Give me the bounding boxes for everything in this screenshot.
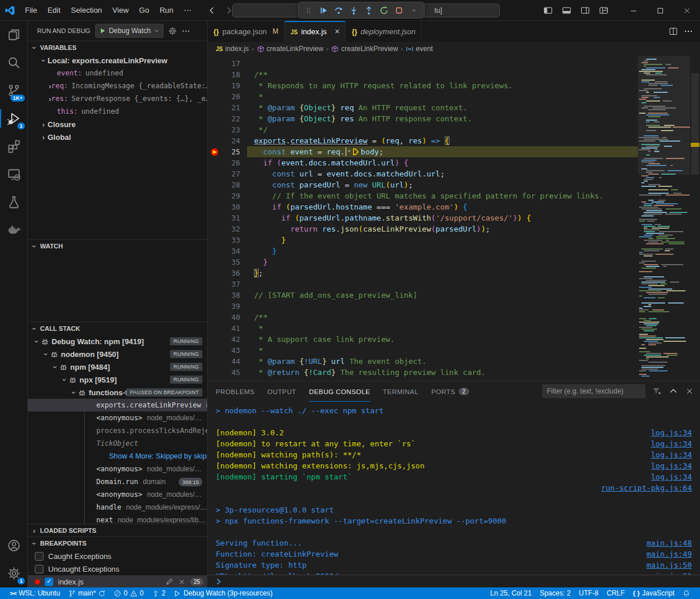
code-line-28[interactable]: 28 const parsedUrl = new URL(url); bbox=[208, 179, 638, 190]
debug-console-repl-input[interactable] bbox=[208, 575, 700, 587]
code-text[interactable] bbox=[247, 58, 638, 69]
code-text[interactable]: if (parsedUrl.pathname.startsWith('/supp… bbox=[247, 212, 638, 223]
variables-scope-row[interactable]: ›Global bbox=[28, 131, 207, 143]
debug-session-row[interactable]: ›npx [9519]RUNNING bbox=[28, 373, 207, 386]
code-text[interactable]: exports.createLinkPreview = (req, res) =… bbox=[247, 135, 638, 146]
stack-frame-row[interactable]: Show 4 More: Skipped by skipFiles bbox=[28, 450, 207, 463]
gutter[interactable]: 21 bbox=[208, 102, 247, 113]
activity-search-icon[interactable] bbox=[0, 49, 28, 77]
split-editor-icon[interactable] bbox=[669, 27, 678, 36]
debug-console-output[interactable]: > nodemon --watch ./ --exec npm start[no… bbox=[208, 402, 700, 575]
menu-go[interactable]: Go bbox=[134, 3, 154, 18]
variables-scope-row[interactable]: ›Closure bbox=[28, 118, 207, 131]
code-line-39[interactable]: 39 bbox=[208, 301, 638, 312]
code-line-29[interactable]: 29 // If the event object URL matches a … bbox=[208, 190, 638, 201]
gutter[interactable]: 19 bbox=[208, 80, 247, 91]
code-text[interactable]: const event = req.body; bbox=[247, 146, 638, 157]
code-text[interactable]: * @param {Object} req An HTTP request co… bbox=[247, 102, 638, 113]
close-tab-icon[interactable]: × bbox=[335, 27, 339, 36]
console-filter-input[interactable]: Filter (e.g. text, !exclude) bbox=[542, 384, 645, 398]
code-line-41[interactable]: 41 * bbox=[208, 323, 638, 334]
code-text[interactable]: * @return {!Card} The resulting preview … bbox=[247, 367, 638, 378]
breadcrumb-item[interactable]: createLinkPreview bbox=[331, 45, 398, 53]
code-text[interactable]: * bbox=[247, 323, 638, 334]
gutter[interactable]: 22 bbox=[208, 113, 247, 124]
code-line-25[interactable]: 25 const event = req.body; bbox=[208, 146, 638, 157]
panel-tab-problems[interactable]: PROBLEMS bbox=[216, 381, 255, 402]
stack-frame-row[interactable]: TickObject bbox=[28, 437, 207, 450]
code-text[interactable]: if (event.docs.matchedUrl.url) { bbox=[247, 157, 638, 168]
code-text[interactable] bbox=[247, 279, 638, 290]
debug-session-row[interactable]: ›nodemon [9450]RUNNING bbox=[28, 348, 207, 360]
code-text[interactable]: * A support case link preview. bbox=[247, 334, 638, 345]
section-breakpoints[interactable]: ›BREAKPOINTS bbox=[28, 537, 207, 550]
maximize-panel-icon[interactable] bbox=[669, 387, 678, 396]
status-0[interactable]: 00 bbox=[110, 587, 147, 599]
minimize-button[interactable] bbox=[620, 0, 647, 21]
exception-breakpoint-row[interactable]: Caught Exceptions bbox=[28, 550, 207, 562]
tab-deployment-json[interactable]: {}deployment.json bbox=[346, 21, 422, 42]
panel-tab-output[interactable]: OUTPUT bbox=[267, 381, 296, 402]
step-over-button[interactable] bbox=[331, 3, 346, 17]
variable-row[interactable]: ›req:IncomingMessage {_readableState:… bbox=[28, 80, 207, 92]
toggle-panel-icon[interactable] bbox=[558, 3, 575, 18]
breadcrumb[interactable]: JSindex.js›createLinkPreview›createLinkP… bbox=[208, 42, 700, 56]
gutter[interactable]: 23 bbox=[208, 124, 247, 135]
status-javascript[interactable]: { }JavaScript bbox=[629, 587, 679, 599]
continue-button[interactable] bbox=[316, 3, 331, 17]
activity-extensions-icon[interactable] bbox=[0, 132, 28, 160]
code-text[interactable]: * @param {!URL} url The event object. bbox=[247, 356, 638, 367]
source-link[interactable]: log.js:34 bbox=[651, 438, 692, 449]
back-button[interactable] bbox=[205, 3, 219, 17]
code-line-18[interactable]: 18/** bbox=[208, 69, 638, 80]
breakpoint-row[interactable]: index.js25 bbox=[28, 575, 207, 587]
code-text[interactable]: const parsedUrl = new URL(url); bbox=[247, 179, 638, 190]
code-text[interactable]: } bbox=[247, 246, 638, 257]
paused-breakpoint-icon[interactable] bbox=[208, 147, 222, 157]
breadcrumb-item[interactable]: createLinkPreview bbox=[257, 45, 324, 53]
code-text[interactable]: * bbox=[247, 345, 638, 356]
code-text[interactable]: const url = event.docs.matchedUrl.url; bbox=[247, 168, 638, 179]
stack-frame-row[interactable]: handlenode_modules/express/lib/... bbox=[28, 501, 207, 514]
code-text[interactable]: * bbox=[247, 91, 638, 102]
gutter[interactable]: 20 bbox=[208, 91, 247, 102]
source-link[interactable]: log.js:34 bbox=[651, 460, 692, 471]
source-link[interactable]: main.js:51 bbox=[647, 571, 692, 575]
gutter[interactable]: 17 bbox=[208, 58, 247, 69]
gutter[interactable]: 38 bbox=[208, 290, 247, 301]
debug-toolbar-chevron-icon[interactable] bbox=[407, 3, 422, 17]
code-line-34[interactable]: 34 } bbox=[208, 246, 638, 257]
editor-more-actions-icon[interactable] bbox=[684, 27, 693, 36]
activity-explorer-icon[interactable] bbox=[0, 21, 28, 49]
code-line-35[interactable]: 35 } bbox=[208, 257, 638, 268]
stack-frame-row[interactable]: <anonymous>node_modules/@go... bbox=[28, 463, 207, 475]
gutter[interactable]: 28 bbox=[208, 179, 247, 190]
code-line-19[interactable]: 19 * Responds to any HTTP request relate… bbox=[208, 80, 638, 91]
menu-run[interactable]: Run bbox=[154, 3, 179, 18]
breadcrumb-item[interactable]: JSindex.js bbox=[216, 45, 249, 53]
code-text[interactable]: // [START add_ons_case_preview_link] bbox=[247, 290, 638, 301]
gutter[interactable]: 26 bbox=[208, 157, 247, 168]
variables-scope-row[interactable]: ›Local: exports.createLinkPreview bbox=[28, 54, 207, 67]
gutter[interactable]: 24 bbox=[208, 135, 247, 146]
activity-run-and-debug-icon[interactable]: 1 bbox=[0, 104, 28, 132]
debug-config-dropdown[interactable]: Debug Watch bbox=[95, 24, 164, 38]
menu-[interactable]: ⋯ bbox=[179, 3, 197, 18]
source-link[interactable]: run-script-pkg.js:64 bbox=[601, 482, 692, 493]
panel-tab-ports[interactable]: PORTS2 bbox=[431, 381, 469, 402]
gutter[interactable]: 41 bbox=[208, 323, 247, 334]
code-text[interactable]: return res.json(caseLinkPreview(parsedUr… bbox=[247, 223, 638, 234]
menu-edit[interactable]: Edit bbox=[42, 3, 66, 18]
gutter[interactable]: 36 bbox=[208, 268, 247, 279]
gutter[interactable]: 32 bbox=[208, 223, 247, 234]
status-debug-watch-3p-resources[interactable]: Debug Watch (3p-resources) bbox=[169, 587, 277, 599]
edit-breakpoint-icon[interactable] bbox=[165, 578, 173, 586]
variable-row[interactable]: ›res:ServerResponse {_events: {…}, _e… bbox=[28, 92, 207, 105]
code-line-27[interactable]: 27 const url = event.docs.matchedUrl.url… bbox=[208, 168, 638, 179]
code-line-38[interactable]: 38// [START add_ons_case_preview_link] bbox=[208, 290, 638, 301]
breadcrumb-item[interactable]: event bbox=[406, 45, 433, 53]
stack-frame-row[interactable]: <anonymous>node_modules/@go... bbox=[28, 488, 207, 501]
gutter[interactable]: 35 bbox=[208, 257, 247, 268]
gutter[interactable]: 31 bbox=[208, 212, 247, 223]
debug-session-row[interactable]: ›Debug Watch: npm [9419]RUNNING bbox=[28, 335, 207, 348]
